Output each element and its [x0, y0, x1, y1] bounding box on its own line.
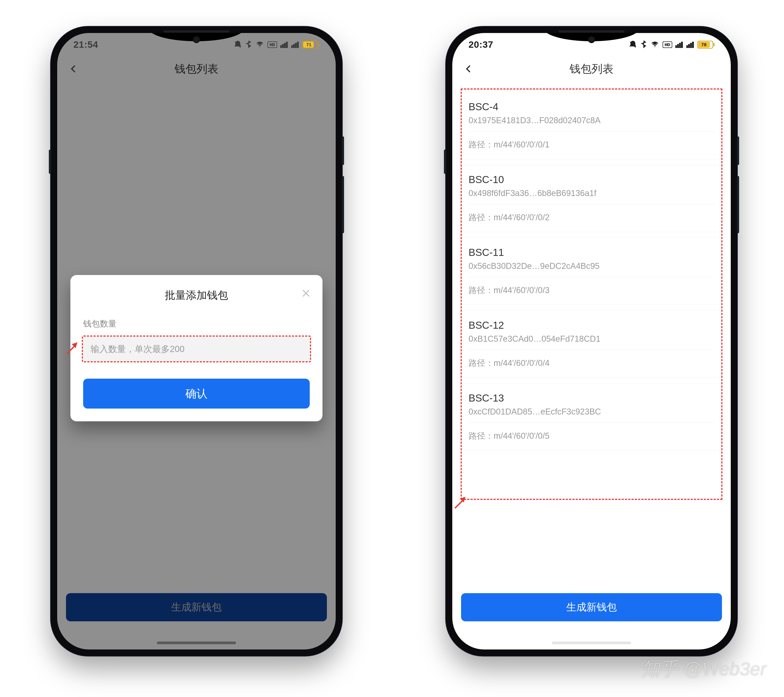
svg-text:HD: HD — [665, 43, 670, 47]
generate-wallet-button[interactable]: 生成新钱包 — [461, 593, 722, 621]
status-time: 21:54 — [74, 40, 98, 50]
wallet-name: BSC-10 — [469, 174, 715, 186]
signal-icon-1 — [280, 41, 288, 48]
signal-icon-1 — [675, 41, 683, 48]
status-bar: 21:54 HD 71 — [57, 33, 336, 54]
phone-frame-right: 20:37 HD 78 钱包列表 — [446, 26, 737, 656]
svg-rect-23 — [677, 44, 679, 48]
svg-line-34 — [455, 500, 463, 508]
wallet-item[interactable]: BSC-130xcCfD01DAD85…eEcfcF3c923BC路径：m/44… — [461, 383, 722, 450]
svg-rect-6 — [286, 42, 288, 48]
svg-rect-29 — [692, 42, 693, 48]
svg-rect-4 — [282, 44, 283, 48]
hd-badge-icon: HD — [267, 41, 277, 48]
svg-text:HD: HD — [270, 43, 275, 47]
svg-rect-5 — [284, 43, 285, 48]
notifications-off-icon — [234, 41, 242, 49]
wallet-count-input[interactable] — [83, 337, 310, 361]
svg-rect-10 — [297, 42, 298, 48]
svg-rect-8 — [293, 44, 295, 48]
watermark: 知乎 @Web3er — [641, 656, 766, 682]
wallet-address: 0x56cB30D32De…9eDC2cA4Bc95 — [469, 261, 715, 271]
svg-text:71: 71 — [306, 42, 311, 47]
wallet-item[interactable]: BSC-110x56cB30D32De…9eDC2cA4Bc95路径：m/44'… — [461, 237, 722, 305]
status-icons: HD 71 — [234, 41, 320, 49]
annotation-arrow-icon — [65, 340, 81, 356]
back-button[interactable] — [462, 62, 475, 76]
notifications-off-icon — [629, 41, 637, 49]
generate-wallet-label: 生成新钱包 — [566, 600, 617, 614]
svg-rect-26 — [686, 46, 688, 48]
svg-text:78: 78 — [701, 42, 707, 47]
screen-left: 21:54 HD 71 钱包列表 生成新钱包 — [57, 33, 336, 649]
wallet-list[interactable]: BSC-40x1975E4181D3…F028d02407c8A路径：m/44'… — [461, 90, 722, 583]
wallet-item[interactable]: BSC-100x498f6fdF3a36…6b8eB69136a1f路径：m/4… — [461, 165, 722, 232]
modal-field-label: 钱包数量 — [83, 318, 310, 330]
status-icons: HD 78 — [629, 41, 715, 49]
bulk-add-modal: 批量添加钱包 钱包数量 确认 — [71, 275, 323, 421]
app-header: 钱包列表 — [452, 54, 731, 83]
modal-title: 批量添加钱包 — [83, 288, 310, 302]
wallet-name: BSC-4 — [469, 101, 715, 113]
screen-right: 20:37 HD 78 钱包列表 — [452, 33, 731, 649]
svg-rect-28 — [690, 43, 692, 48]
svg-rect-27 — [688, 44, 690, 48]
hd-badge-icon: HD — [662, 41, 672, 48]
svg-rect-9 — [295, 43, 296, 48]
wallet-address: 0xcCfD01DAD85…eEcfcF3c923BC — [469, 407, 715, 417]
confirm-button-label: 确认 — [185, 386, 208, 401]
wallet-path: 路径：m/44'/60'/0'/0/1 — [461, 132, 722, 159]
svg-rect-3 — [280, 46, 282, 48]
battery-indicator: 78 — [697, 41, 715, 49]
wallet-address: 0x1975E4181D3…F028d02407c8A — [469, 116, 715, 125]
confirm-button[interactable]: 确认 — [83, 379, 310, 409]
gesture-bar — [157, 641, 236, 644]
bluetooth-icon — [245, 41, 252, 49]
wallet-address: 0xB1C57e3CAd0…054eFd718CD1 — [469, 334, 715, 344]
svg-rect-31 — [713, 43, 715, 46]
svg-point-19 — [654, 46, 655, 47]
svg-line-17 — [67, 345, 75, 354]
gesture-bar — [552, 641, 631, 644]
wallet-name: BSC-11 — [469, 246, 715, 258]
signal-icon-2 — [686, 41, 694, 48]
wallet-address: 0x498f6fdF3a36…6b8eB69136a1f — [469, 189, 715, 198]
close-icon[interactable] — [300, 287, 312, 299]
wifi-icon — [255, 41, 264, 48]
svg-rect-22 — [675, 46, 677, 48]
page-title: 钱包列表 — [570, 62, 614, 76]
wallet-path: 路径：m/44'/60'/0'/0/4 — [461, 350, 722, 377]
svg-point-0 — [259, 46, 260, 47]
wallet-path: 路径：m/44'/60'/0'/0/2 — [461, 204, 722, 232]
status-time: 20:37 — [469, 40, 493, 50]
wallet-name: BSC-13 — [469, 392, 715, 404]
annotation-arrow-icon — [453, 494, 469, 511]
svg-rect-24 — [679, 43, 680, 48]
wallet-path: 路径：m/44'/60'/0'/0/3 — [461, 277, 722, 305]
wifi-icon — [650, 41, 659, 48]
wallet-path: 路径：m/44'/60'/0'/0/5 — [461, 423, 722, 450]
wallet-name: BSC-12 — [469, 319, 715, 331]
bluetooth-icon — [640, 41, 647, 49]
wallet-item[interactable]: BSC-40x1975E4181D3…F028d02407c8A路径：m/44'… — [461, 92, 722, 159]
svg-rect-25 — [681, 42, 683, 48]
svg-rect-12 — [318, 43, 320, 46]
status-bar: 20:37 HD 78 — [452, 33, 731, 54]
battery-indicator: 71 — [302, 41, 320, 49]
signal-icon-2 — [291, 41, 299, 48]
phone-frame-left: 21:54 HD 71 钱包列表 生成新钱包 — [51, 26, 342, 656]
svg-rect-7 — [291, 46, 293, 48]
wallet-item[interactable]: BSC-120xB1C57e3CAd0…054eFd718CD1路径：m/44'… — [461, 310, 722, 377]
